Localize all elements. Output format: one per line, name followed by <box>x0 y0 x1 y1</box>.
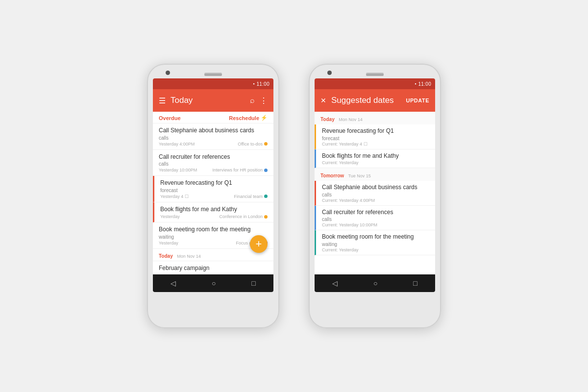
more-icon[interactable]: ⋮ <box>260 96 268 105</box>
task-category: calls <box>159 161 268 167</box>
suggested-item-flights[interactable]: Book flights for me and Kathy Current: Y… <box>315 149 435 169</box>
task-category: waiting <box>322 242 429 247</box>
task-date: Yesterday 4 ☐ <box>160 194 189 199</box>
camera-2 <box>327 71 332 75</box>
task-date: Yesterday 10:00PM <box>159 168 197 172</box>
task-category: forecast <box>160 188 268 193</box>
task-title: Revenue forecasting for Q1 <box>322 127 429 135</box>
back-icon[interactable]: ◁ <box>171 279 176 287</box>
speaker-2 <box>366 74 384 76</box>
task-title: Book flights for me and Kathy <box>322 152 429 160</box>
app-bar-1: ☰ Today ⌕ ⋮ <box>153 89 273 112</box>
task-item-flights[interactable]: Book flights for me and Kathy Yesterday … <box>153 202 273 223</box>
back-icon-2[interactable]: ◁ <box>332 279 338 287</box>
today-date: Mon Nov 14 <box>177 254 201 259</box>
current-label: Current: Yesterday 4 ☐ <box>322 142 429 147</box>
task-title: Call Stephanie about business cards <box>322 184 429 192</box>
home-icon-2[interactable]: ○ <box>373 279 377 287</box>
task-category: calls <box>159 135 268 141</box>
task-meta: Yesterday 4:00PM Office to-dos <box>159 142 268 147</box>
today-section-date: Mon Nov 14 <box>339 117 363 122</box>
task-title: Call recruiter for references <box>322 209 429 217</box>
home-icon[interactable]: ○ <box>212 279 216 287</box>
current-label: Current: Yesterday <box>322 160 429 165</box>
reschedule-btn[interactable]: Reschedule ⚡ <box>229 115 268 121</box>
task-meta: Yesterday 4 ☐ Financial team <box>160 194 268 199</box>
status-bar-1: ▪ 11:00 <box>153 78 273 89</box>
task-title: February campaign <box>159 265 268 272</box>
reschedule-icon: ⚡ <box>261 115 268 121</box>
task-tag: Office to-dos <box>238 142 268 147</box>
task-tag: Interviews for HR position <box>212 168 268 172</box>
overdue-header: Overdue Reschedule ⚡ <box>153 112 273 123</box>
menu-icon[interactable]: ☰ <box>159 96 166 105</box>
task-title: Revenue forecasting for Q1 <box>160 179 268 187</box>
nav-bar-1: ◁ ○ □ <box>153 274 273 292</box>
status-icons-2: ▪ 11:00 <box>415 81 431 87</box>
task-meta: Yesterday 10:00PM Interviews for HR posi… <box>159 168 268 172</box>
phones-container: ▪ 11:00 ☰ Today ⌕ ⋮ Overdue Reschedule ⚡ <box>147 64 441 328</box>
app-bar-2: ✕ Suggested dates UPDATE <box>315 89 435 112</box>
task-date: Yesterday <box>159 241 178 245</box>
task-title: Call Stephanie about business cards <box>159 127 268 135</box>
task-title: Book flights for me and Kathy <box>160 206 268 214</box>
current-label: Current: Yesterday 10:00PM <box>322 222 429 227</box>
reschedule-label: Reschedule <box>229 115 259 121</box>
fab-icon: + <box>256 238 262 250</box>
task-tag: Conference in London <box>219 214 268 219</box>
overdue-label: Overdue <box>159 115 181 121</box>
app-title-1: Today <box>171 96 245 105</box>
suggested-item-meeting-room[interactable]: Book meeting room for the meeting waitin… <box>315 230 435 255</box>
task-item-revenue[interactable]: Revenue forecasting for Q1 forecast Yest… <box>153 176 273 202</box>
dot-orange <box>264 215 268 219</box>
screen-2: ▪ 11:00 ✕ Suggested dates UPDATE Today M… <box>315 78 435 292</box>
screen-1: ▪ 11:00 ☰ Today ⌕ ⋮ Overdue Reschedule ⚡ <box>153 78 273 292</box>
phone-2: ▪ 11:00 ✕ Suggested dates UPDATE Today M… <box>309 64 441 328</box>
phone-1: ▪ 11:00 ☰ Today ⌕ ⋮ Overdue Reschedule ⚡ <box>147 64 279 328</box>
task-title: Book meeting room for the meeting <box>159 226 268 234</box>
task-date: Yesterday 4:00PM <box>159 142 195 147</box>
task-tag: Financial team <box>234 194 268 199</box>
dot-orange <box>264 142 268 146</box>
tomorrow-section-label: Tomorrow <box>320 173 344 178</box>
app-title-2: Suggested dates <box>331 96 401 105</box>
recent-icon[interactable]: □ <box>251 279 255 287</box>
camera-1 <box>166 71 170 75</box>
task-meta: Yesterday Conference in London <box>160 214 268 219</box>
update-button[interactable]: UPDATE <box>406 98 429 103</box>
task-title: Book meeting room for the meeting <box>322 233 429 241</box>
dot-blue <box>264 169 268 172</box>
recent-icon-2[interactable]: □ <box>413 279 417 287</box>
status-icons-1: ▪ 11:00 <box>253 81 270 87</box>
task-category: calls <box>322 192 429 197</box>
task-item[interactable]: Call Stephanie about business cards call… <box>153 123 273 150</box>
tomorrow-section-date: Tue Nov 15 <box>348 173 371 178</box>
suggested-item-revenue[interactable]: Revenue forecasting for Q1 forecast Curr… <box>315 124 435 149</box>
task-category: forecast <box>322 136 429 141</box>
time-1: 11:00 <box>256 81 270 87</box>
close-icon[interactable]: ✕ <box>320 97 326 104</box>
current-label: Current: Yesterday <box>322 247 429 252</box>
suggested-item-stephanie[interactable]: Call Stephanie about business cards call… <box>315 181 435 206</box>
fab-button[interactable]: + <box>250 235 268 253</box>
speaker-1 <box>204 74 222 76</box>
search-icon[interactable]: ⌕ <box>250 96 255 105</box>
task-item[interactable]: Call recruiter for references calls Yest… <box>153 150 273 176</box>
content-1: Overdue Reschedule ⚡ Call Stephanie abou… <box>153 112 273 274</box>
battery-icon-1: ▪ <box>253 81 254 86</box>
task-title: Call recruiter for references <box>159 153 268 161</box>
suggested-tomorrow-header: Tomorrow Tue Nov 15 <box>315 168 435 181</box>
battery-icon-2: ▪ <box>415 81 416 86</box>
today-section-label: Today <box>320 117 335 122</box>
suggested-today-header: Today Mon Nov 14 <box>315 112 435 124</box>
content-2: Today Mon Nov 14 Revenue forecasting for… <box>315 112 435 274</box>
today-label: Today <box>159 253 173 259</box>
task-item-feb[interactable]: February campaign <box>153 261 273 274</box>
current-label: Current: Yesterday 4:00PM <box>322 198 429 203</box>
dot-teal <box>264 195 268 198</box>
task-date: Yesterday <box>160 214 180 219</box>
suggested-item-recruiter[interactable]: Call recruiter for references calls Curr… <box>315 206 435 231</box>
status-bar-2: ▪ 11:00 <box>315 78 435 89</box>
nav-bar-2: ◁ ○ □ <box>315 274 435 292</box>
task-category: calls <box>322 217 429 222</box>
